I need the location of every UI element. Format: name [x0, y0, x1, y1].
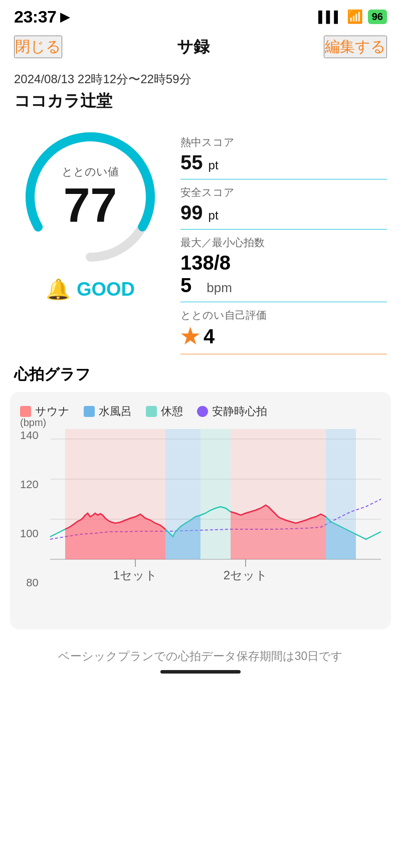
stat-heart-values: 138/8 5 bpm	[180, 252, 387, 297]
circle-section: ととのい値 77 🔔 GOOD	[10, 124, 170, 301]
stat-safety-score: 安全スコア 99 pt	[180, 179, 387, 230]
graph-legend: サウナ 水風呂 休憩 安静時心拍	[20, 404, 381, 419]
wifi-icon: 📶	[347, 9, 363, 25]
legend-label-water: 水風呂	[99, 404, 132, 419]
footer-notice: ベーシックプランでの心拍データ保存期間は30日です	[0, 639, 401, 670]
session-place: ココカラ辻堂	[14, 90, 387, 112]
gauge-label: ととのい値	[62, 164, 119, 179]
star-number: 4	[204, 325, 215, 348]
legend-resting-hr: 安静時心拍	[197, 404, 267, 419]
close-button[interactable]: 閉じる	[14, 36, 62, 58]
legend-dot-resting	[197, 406, 208, 417]
legend-dot-rest	[146, 406, 157, 417]
stat-safety-label: 安全スコア	[180, 185, 387, 199]
legend-dot-sauna	[20, 406, 31, 417]
circle-center: ととのい値 77	[62, 164, 119, 230]
chart-wrap: (bpm) 140 120 100 80	[20, 429, 381, 619]
y-unit-label: (bpm)	[20, 417, 46, 428]
graph-container: サウナ 水風呂 休憩 安静時心拍 (bpm) 140 120 10	[10, 392, 391, 629]
legend-label-rest: 休憩	[161, 404, 183, 419]
x-label-2: 2セット	[224, 568, 268, 582]
status-bar: 23:37 ▶ ▌▌▌ 📶 96	[0, 0, 401, 32]
legend-water: 水風呂	[84, 404, 132, 419]
signal-icon: ▌▌▌	[318, 11, 342, 24]
graph-section: 心拍グラフ サウナ 水風呂 休憩 安静時心拍 (bpm)	[0, 364, 401, 639]
x-label-1: 1セット	[113, 568, 157, 582]
stat-focus-score: 熱中スコア 55 pt	[180, 129, 387, 179]
stat-heart-label: 最大／最小心拍数	[180, 236, 387, 250]
stat-safety-value: 99 pt	[180, 201, 387, 224]
heart-line1: 138/8	[180, 252, 387, 274]
footer-text: ベーシックプランでの心拍データ保存期間は30日です	[58, 649, 343, 663]
location-icon: ▶	[60, 10, 69, 24]
y-120: 120	[20, 478, 39, 491]
session-info: 2024/08/13 22時12分〜22時59分 ココカラ辻堂	[0, 66, 401, 119]
heart-unit: bpm	[207, 280, 232, 296]
y-80: 80	[26, 576, 38, 589]
circle-gauge: ととのい値 77	[18, 124, 163, 270]
session-date: 2024/08/13 22時12分〜22時59分	[14, 71, 387, 87]
nav-title: サ録	[177, 36, 210, 58]
chart-svg: 1セット 2セット	[50, 429, 381, 619]
battery-badge: 96	[368, 10, 387, 24]
stat-self-eval: ととのい自己評価 ★ 4	[180, 302, 387, 354]
stat-eval-value: ★ 4	[180, 324, 387, 349]
stat-heart-rate: 最大／最小心拍数 138/8 5 bpm	[180, 230, 387, 302]
status-icons: ▌▌▌ 📶 96	[318, 9, 387, 25]
stats-panel: 熱中スコア 55 pt 安全スコア 99 pt 最大／最小心拍数 138/8 5…	[180, 124, 387, 354]
main-content: ととのい値 77 🔔 GOOD 熱中スコア 55 pt 安全スコア 99 pt …	[0, 119, 401, 364]
stat-eval-label: ととのい自己評価	[180, 308, 387, 322]
graph-title: 心拍グラフ	[10, 364, 391, 385]
home-indicator	[0, 670, 401, 680]
home-bar	[160, 670, 241, 674]
y-100: 100	[20, 527, 39, 540]
legend-label-resting: 安静時心拍	[212, 404, 267, 419]
heart-line2: 5	[180, 274, 191, 297]
y-labels: 140 120 100 80	[20, 429, 43, 589]
edit-button[interactable]: 編集する	[324, 36, 387, 58]
stat-focus-value: 55 pt	[180, 151, 387, 174]
star-icon: ★	[180, 324, 199, 349]
status-time: 23:37	[14, 7, 56, 27]
bg-rest-1	[200, 429, 231, 559]
legend-rest: 休憩	[146, 404, 183, 419]
legend-dot-water	[84, 406, 95, 417]
stat-focus-label: 熱中スコア	[180, 135, 387, 149]
nav-bar: 閉じる サ録 編集する	[0, 32, 401, 66]
y-140: 140	[20, 429, 39, 442]
gauge-value: 77	[62, 181, 119, 230]
